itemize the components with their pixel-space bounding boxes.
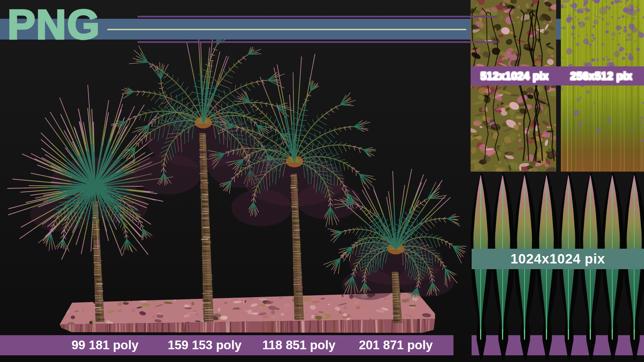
header-divider-bottom bbox=[138, 41, 497, 43]
palm-tree-1 bbox=[7, 85, 173, 322]
product-poster: PNG 512x1024 pix 256x512 pix 1024x1024 p… bbox=[0, 0, 644, 362]
poly-count-label: 99 181 poly bbox=[51, 335, 159, 355]
spotted-texture-swatch bbox=[558, 0, 644, 172]
leaf-atlas-size-band: 1024x1024 pix bbox=[472, 249, 644, 269]
poly-bar-right-segment bbox=[472, 335, 644, 355]
texture-swatches bbox=[471, 0, 644, 172]
bark-texture-swatch bbox=[471, 0, 560, 172]
poly-count-label: 201 871 poly bbox=[342, 335, 449, 355]
poly-count-label: 118 851 poly bbox=[245, 335, 353, 355]
header-divider-middle bbox=[107, 29, 466, 30]
palm-grove-render bbox=[0, 0, 470, 362]
spotted-texture-size-label: 256x512 pix bbox=[558, 70, 644, 82]
poly-count-bar: 99 181 poly 159 153 poly 118 851 poly 20… bbox=[0, 335, 453, 355]
poly-count-label: 159 153 poly bbox=[151, 335, 258, 355]
texture-size-band: 512x1024 pix 256x512 pix bbox=[471, 66, 644, 85]
leaf-atlas-size-label: 1024x1024 pix bbox=[511, 251, 605, 266]
format-title: PNG bbox=[7, 3, 100, 45]
header-divider-top bbox=[138, 16, 497, 17]
bark-texture-size-label: 512x1024 pix bbox=[471, 70, 558, 82]
